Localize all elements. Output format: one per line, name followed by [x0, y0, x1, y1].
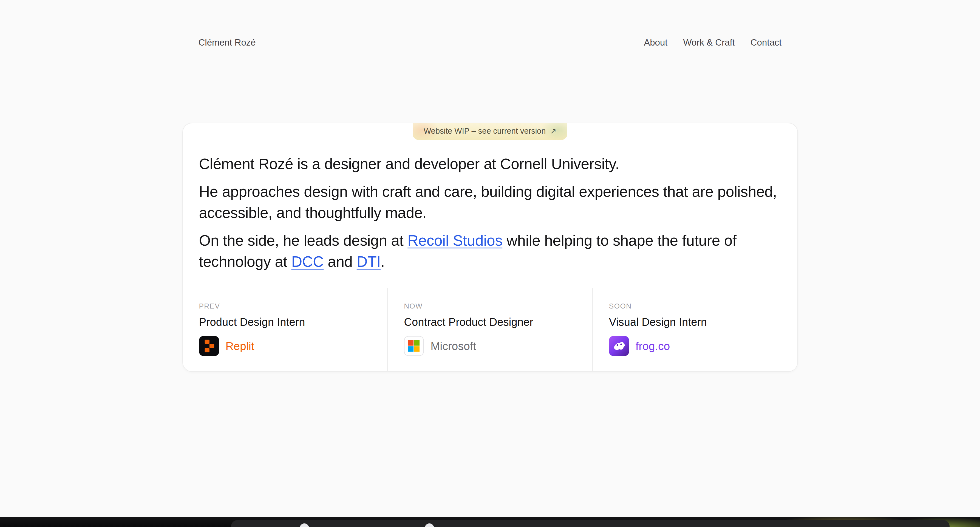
nav-link-contact[interactable]: Contact: [751, 37, 782, 48]
intro-text-segment: and: [323, 253, 356, 270]
intro-paragraph-1: Clément Rozé is a designer and developer…: [199, 153, 781, 174]
nav-link-work[interactable]: Work & Craft: [683, 37, 735, 48]
job-title: Visual Design Intern: [609, 316, 781, 328]
wip-banner[interactable]: Website WIP – see current version ↗: [413, 123, 567, 140]
replit-logo: [199, 336, 219, 356]
job-now: NOW Contract Product Designer Microsoft: [387, 288, 592, 371]
job-company-row[interactable]: frog.co: [609, 336, 781, 356]
external-link-arrow-icon: ↗: [550, 127, 556, 136]
intro-paragraph-2: He approaches design with craft and care…: [199, 181, 781, 224]
job-label: NOW: [404, 302, 576, 310]
intro-paragraph-3: On the side, he leads design at Recoil S…: [199, 230, 781, 272]
job-label: PREV: [199, 302, 371, 310]
top-nav: Clément Rozé About Work & Craft Contact: [182, 0, 798, 48]
job-soon: SOON Visual Design Intern: [592, 288, 797, 371]
job-label: SOON: [609, 302, 781, 310]
brand-name[interactable]: Clément Rozé: [199, 37, 256, 48]
job-company-row[interactable]: Replit: [199, 336, 371, 356]
wip-banner-text: Website WIP – see current version: [424, 126, 546, 136]
intro-text-segment: .: [380, 253, 385, 270]
intro-card: Website WIP – see current version ↗ Clém…: [182, 123, 798, 372]
company-link-microsoft[interactable]: Microsoft: [431, 340, 476, 353]
job-title: Contract Product Designer: [404, 316, 576, 328]
intro-text-segment: On the side, he leads design at: [199, 232, 408, 249]
job-title: Product Design Intern: [199, 316, 371, 328]
job-prev: PREV Product Design Intern Replit: [183, 288, 387, 371]
jobs-row: PREV Product Design Intern Replit NOW Co…: [183, 287, 797, 371]
link-dti[interactable]: DTI: [357, 253, 380, 270]
nav-link-about[interactable]: About: [644, 37, 667, 48]
company-link-frog[interactable]: frog.co: [636, 340, 670, 353]
job-company-row[interactable]: Microsoft: [404, 336, 576, 356]
page: Clément Rozé About Work & Craft Contact …: [0, 0, 980, 527]
company-link-replit[interactable]: Replit: [226, 340, 255, 353]
dock-panel: [231, 520, 950, 527]
intro-text-block: Clément Rozé is a designer and developer…: [183, 123, 797, 272]
frog-logo: [609, 336, 629, 356]
link-dcc[interactable]: DCC: [291, 253, 323, 270]
desktop-dock-strip: [0, 517, 980, 527]
microsoft-logo: [404, 336, 424, 356]
link-recoil-studios[interactable]: Recoil Studios: [407, 232, 502, 249]
nav-links: About Work & Craft Contact: [644, 37, 781, 48]
